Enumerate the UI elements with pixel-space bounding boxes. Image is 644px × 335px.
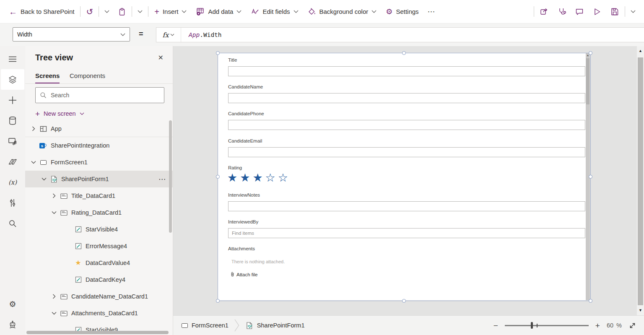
- tree-item-datacardkey4[interactable]: DataCardKey4: [25, 271, 173, 288]
- search-icon: [40, 92, 47, 99]
- form-icon: [50, 175, 58, 183]
- background-color-label: Background color: [319, 8, 369, 15]
- candidatephone-field-input[interactable]: [228, 120, 585, 130]
- paste-menu-button[interactable]: [133, 0, 147, 23]
- tree-item-sharepointintegration[interactable]: s SharePointIntegration: [25, 137, 173, 154]
- tree-item-app[interactable]: App: [25, 120, 173, 137]
- resize-handle-w[interactable]: [216, 175, 220, 179]
- tree-item-label: CandidateName_DataCard1: [71, 293, 148, 300]
- new-screen-button[interactable]: + New screen: [35, 107, 84, 120]
- power-automate-rail-button[interactable]: [1, 151, 24, 172]
- divider: [625, 6, 625, 17]
- title-field-input[interactable]: [228, 66, 585, 76]
- chevron-right-icon[interactable]: [52, 294, 57, 299]
- hamburger-icon: [8, 56, 17, 62]
- add-data-button[interactable]: Add data: [191, 0, 246, 23]
- resize-handle-ne[interactable]: [589, 51, 592, 55]
- chevron-down-icon[interactable]: [52, 211, 57, 214]
- chevron-right-icon[interactable]: [52, 193, 57, 198]
- settings-rail-button[interactable]: ⚙: [1, 294, 24, 314]
- tree-vertical-scrollbar[interactable]: [169, 120, 172, 233]
- chevron-right-icon[interactable]: [31, 126, 36, 131]
- virtual-agent-rail-button[interactable]: [1, 314, 24, 335]
- fx-button[interactable]: fx: [156, 28, 181, 42]
- zoom-value: 60: [607, 322, 613, 329]
- resize-handle-n[interactable]: [402, 51, 406, 55]
- comments-button[interactable]: [571, 0, 588, 23]
- tree-item-starvisible4[interactable]: StarVisible4: [25, 221, 173, 238]
- chevron-down-icon[interactable]: [42, 177, 47, 181]
- zoom-in-button[interactable]: +: [595, 322, 600, 330]
- paste-button[interactable]: [114, 0, 130, 23]
- preview-play-button[interactable]: [588, 0, 606, 23]
- resize-handle-se[interactable]: [589, 299, 592, 303]
- resize-handle-s[interactable]: [402, 299, 406, 303]
- breadcrumb-formscreen1[interactable]: FormScreen1: [179, 322, 231, 329]
- interviewedby-lookup-input[interactable]: [228, 228, 585, 238]
- form-scrollbar-thumb[interactable]: [586, 58, 589, 104]
- zoom-slider[interactable]: [505, 322, 589, 329]
- attach-file-label: Attach file: [236, 272, 258, 277]
- breadcrumb-label: FormScreen1: [192, 322, 229, 329]
- search-rail-button[interactable]: [1, 213, 24, 234]
- variables-rail-button[interactable]: (x): [1, 172, 24, 192]
- property-select[interactable]: Width: [13, 27, 130, 42]
- tree-item-rating-datacard1[interactable]: Rating_DataCard1: [25, 204, 173, 221]
- tree-item-formscreen1[interactable]: FormScreen1: [25, 154, 173, 171]
- rating-stars-control[interactable]: ★★★☆☆: [227, 171, 291, 184]
- resize-handle-e[interactable]: [589, 175, 592, 179]
- sharepoint-form[interactable]: Title CandidateName CandidatePhone Candi…: [218, 53, 586, 300]
- insert-rail-button[interactable]: [1, 90, 24, 110]
- tab-components[interactable]: Components: [70, 72, 105, 83]
- tree-view-rail-button[interactable]: [1, 69, 24, 90]
- insert-button[interactable]: + Insert: [150, 0, 191, 23]
- tree-item-candidatename-datacard1[interactable]: CandidateName_DataCard1: [25, 288, 173, 305]
- data-rail-button[interactable]: [1, 110, 24, 131]
- share-button[interactable]: [535, 0, 553, 23]
- tab-screens[interactable]: Screens: [35, 72, 60, 84]
- zoom-out-button[interactable]: −: [493, 322, 498, 330]
- resize-handle-nw[interactable]: [216, 51, 220, 55]
- status-bar: FormScreen1 SharePointForm1 − + 60 %: [173, 315, 644, 335]
- save-button[interactable]: [606, 0, 623, 23]
- resize-handle-sw[interactable]: [216, 299, 220, 303]
- tree-item-attachments-datacard1[interactable]: Attachments_DataCard1: [25, 305, 173, 322]
- control-icon: [74, 276, 82, 284]
- chevron-down-icon[interactable]: [31, 161, 36, 164]
- media-rail-button[interactable]: [1, 131, 24, 151]
- tree-item-label: DataCardValue4: [86, 260, 130, 266]
- undo-button[interactable]: ↺: [82, 0, 97, 23]
- settings-button[interactable]: ⚙ Settings: [381, 0, 423, 23]
- tree-item-errormessage4[interactable]: ErrorMessage4: [25, 238, 173, 254]
- tree-item-sharepointform1[interactable]: SharePointForm1 ⋯: [25, 171, 173, 187]
- breadcrumb-sharepointform1[interactable]: SharePointForm1: [243, 322, 307, 330]
- canvas-vertical-scrollbar[interactable]: ▲ ▼: [637, 46, 644, 315]
- app-checker-button[interactable]: [553, 0, 571, 23]
- edit-fields-button[interactable]: Edit fields: [246, 0, 303, 23]
- zoom-slider-thumb[interactable]: [531, 322, 533, 329]
- fit-to-window-icon[interactable]: [628, 322, 636, 330]
- item-overflow-menu[interactable]: ⋯: [158, 175, 166, 184]
- advanced-tools-rail-button[interactable]: [1, 192, 24, 213]
- formula-input[interactable]: App.Width: [181, 28, 644, 42]
- chevron-down-icon[interactable]: [52, 312, 57, 315]
- more-commands-button[interactable]: ⋯: [423, 0, 439, 23]
- search-icon: [8, 219, 17, 228]
- save-menu-button[interactable]: [626, 0, 640, 23]
- attach-file-button[interactable]: Attach file: [231, 272, 258, 277]
- close-icon[interactable]: ✕: [158, 54, 164, 62]
- layers-icon: [8, 75, 17, 84]
- undo-menu-button[interactable]: [100, 0, 114, 23]
- hamburger-menu-button[interactable]: [1, 49, 24, 69]
- gear-icon: ⚙: [9, 300, 16, 308]
- candidateemail-field-input[interactable]: [228, 147, 585, 157]
- canvas-scrollbar-thumb[interactable]: [638, 57, 643, 305]
- back-to-sharepoint-button[interactable]: ← Back to SharePoint: [4, 0, 79, 23]
- interviewnotes-field-input[interactable]: [228, 201, 585, 211]
- background-color-button[interactable]: Background color: [303, 0, 382, 23]
- candidatename-field-input[interactable]: [228, 93, 585, 103]
- search-input[interactable]: [50, 91, 160, 99]
- tree-item-datacardvalue4[interactable]: ★ DataCardValue4: [25, 254, 173, 271]
- tree-item-title-datacard1[interactable]: Title_DataCard1: [25, 187, 173, 204]
- tree-horizontal-scrollbar[interactable]: [26, 331, 169, 334]
